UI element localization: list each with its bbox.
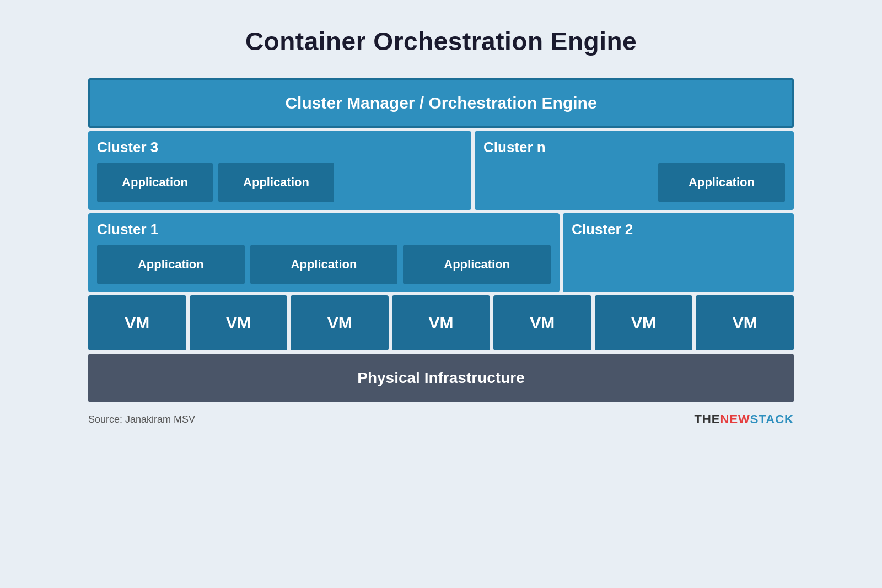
cluster-n-box: Cluster n Application [475,131,794,210]
source-text: Source: Janakiram MSV [88,414,195,425]
vm-1-label: VM [125,314,149,332]
diagram-wrapper: Cluster Manager / Orchestration Engine C… [88,78,794,402]
vm-2: VM [190,295,288,350]
physical-infra-label: Physical Infrastructure [357,369,524,387]
cluster-row-top: Cluster 3 Application Application Cluste… [88,131,794,210]
vm-3-label: VM [327,314,352,332]
cluster-3-apps-row: Application Application [97,163,462,202]
cluster-manager-label: Cluster Manager / Orchestration Engine [285,94,596,112]
brand-the: THE [695,412,720,426]
vm-5-label: VM [530,314,555,332]
cluster-1-box: Cluster 1 Application Application Applic… [88,213,560,292]
vm-1: VM [88,295,186,350]
cluster-n-app-1: Application [658,163,785,202]
brand-logo: THENEWSTACK [695,412,794,427]
cluster-3-app-1-label: Application [122,175,188,190]
cluster-3-app-2: Application [218,163,334,202]
cluster-manager-box: Cluster Manager / Orchestration Engine [88,78,794,128]
vm-3: VM [291,295,389,350]
cluster-3-box: Cluster 3 Application Application [88,131,471,210]
cluster-1-app-2: Application [250,245,398,284]
vm-2-label: VM [226,314,251,332]
cluster-3-app-2-label: Application [243,175,309,190]
vm-4-label: VM [429,314,454,332]
page-title: Container Orchestration Engine [245,26,637,56]
cluster-row-mid: Cluster 1 Application Application Applic… [88,213,794,292]
vm-6-label: VM [631,314,656,332]
cluster-1-apps-row: Application Application Application [97,245,551,284]
vm-7: VM [696,295,794,350]
cluster-2-label: Cluster 2 [572,221,785,238]
vm-row: VM VM VM VM VM VM VM [88,295,794,350]
cluster-3-label: Cluster 3 [97,139,462,156]
brand-stack: STACK [750,412,794,426]
brand-new: NEW [720,412,750,426]
cluster-1-label: Cluster 1 [97,221,551,238]
physical-infra-box: Physical Infrastructure [88,354,794,402]
cluster-1-app-2-label: Application [291,257,357,272]
vm-5: VM [493,295,591,350]
cluster-2-box: Cluster 2 [563,213,794,292]
cluster-1-app-1-label: Application [138,257,204,272]
cluster-1-app-3: Application [403,245,551,284]
cluster-n-label: Cluster n [483,139,785,156]
vm-7-label: VM [733,314,757,332]
cluster-1-app-1: Application [97,245,245,284]
vm-4: VM [392,295,490,350]
vm-6: VM [595,295,693,350]
footer: Source: Janakiram MSV THENEWSTACK [88,412,794,427]
cluster-n-app-1-label: Application [689,175,755,190]
cluster-3-app-1: Application [97,163,213,202]
cluster-n-apps-row: Application [483,163,785,202]
cluster-1-app-3-label: Application [444,257,510,272]
